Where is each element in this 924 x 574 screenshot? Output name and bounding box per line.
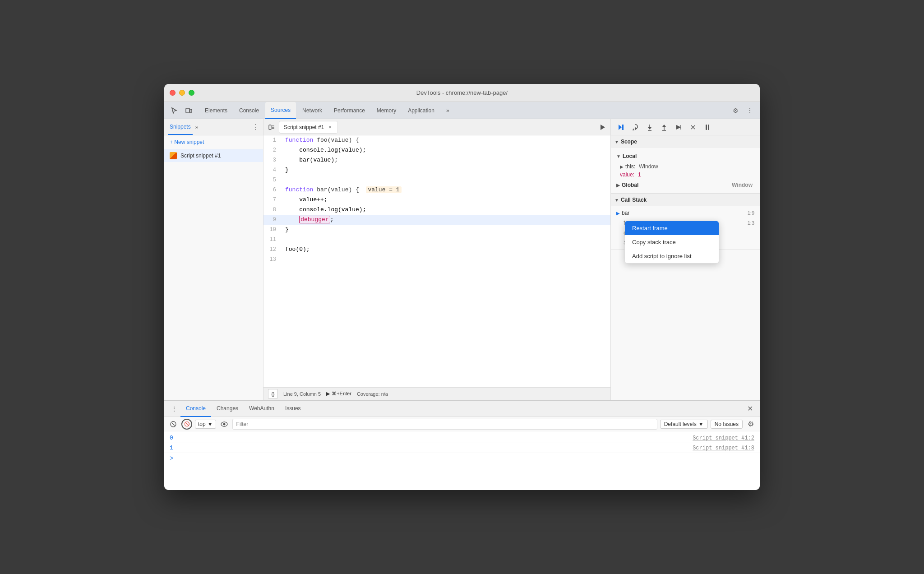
global-arrow: ▶ — [616, 183, 620, 188]
left-sidebar: Snippets » ⋮ + New snippet Script snippe… — [164, 119, 263, 400]
levels-arrow: ▼ — [698, 421, 704, 427]
line-content-12: foo(0); — [282, 245, 610, 255]
tab-bar-right: ⚙ ⋮ — [729, 104, 756, 117]
call-stack-bar[interactable]: ▶ bar 1:9 — [614, 208, 756, 218]
bottom-tab-changes[interactable]: Changes — [211, 401, 244, 417]
step-button[interactable] — [672, 121, 685, 134]
minimize-button[interactable] — [179, 90, 185, 96]
line-num-9: 9 — [263, 215, 282, 225]
console-toolbar: 🚫 top ▼ Default levels ▼ No Issues ⚙ — [164, 417, 760, 431]
clear-console-button[interactable] — [168, 419, 179, 430]
snippets-tab[interactable]: Snippets — [168, 119, 193, 135]
top-label: top — [198, 421, 206, 427]
line-content-13 — [282, 255, 610, 264]
code-line-4: 4 } — [263, 165, 610, 175]
tab-network[interactable]: Network — [297, 102, 328, 119]
line-num-11: 11 — [263, 235, 282, 245]
code-editor[interactable]: 1 function foo(value) { 2 console.log(va… — [263, 135, 610, 387]
line-num-3: 3 — [263, 155, 282, 165]
global-header[interactable]: ▶ Global Window — [614, 179, 756, 191]
step-into-button[interactable] — [643, 121, 656, 134]
cursor-icon[interactable] — [168, 104, 180, 117]
bottom-tab-menu-icon[interactable]: ⋮ — [168, 403, 180, 415]
traffic-lights — [170, 90, 194, 96]
console-prompt[interactable]: > — [164, 453, 760, 464]
format-button[interactable]: {} — [268, 389, 278, 399]
step-out-button[interactable] — [658, 121, 670, 134]
line-num-8: 8 — [263, 205, 282, 215]
block-button[interactable]: 🚫 — [181, 419, 192, 430]
console-source-1[interactable]: Script snippet #1:8 — [693, 445, 754, 451]
line-num-4: 4 — [263, 165, 282, 175]
window-title: DevTools - chrome://new-tab-page/ — [416, 89, 508, 96]
code-line-10: 10 } — [263, 225, 610, 235]
navigator-toggle[interactable] — [265, 121, 278, 134]
maximize-button[interactable] — [189, 90, 194, 96]
top-dropdown[interactable]: top ▼ — [195, 420, 216, 429]
snippet-file-icon — [170, 152, 177, 159]
line-content-4: } — [282, 165, 610, 175]
copy-stack-trace-item[interactable]: Copy stack trace — [625, 235, 719, 249]
value-val: 1 — [638, 171, 641, 178]
step-over-button[interactable] — [629, 121, 642, 134]
line-content-7: value++; — [282, 195, 610, 205]
restart-frame-item[interactable]: Restart frame — [625, 221, 719, 235]
run-button[interactable]: ▶ ⌘+Enter — [326, 391, 351, 397]
line-content-6: function bar(value) { value = 1 — [282, 185, 610, 195]
snippet-item[interactable]: Script snippet #1 — [164, 149, 263, 162]
deactivate-breakpoints[interactable] — [687, 121, 699, 134]
sidebar-menu-icon[interactable]: ⋮ — [252, 123, 259, 131]
tab-performance[interactable]: Performance — [328, 102, 370, 119]
line-content-2: console.log(value); — [282, 145, 610, 155]
more-options-icon[interactable]: ⋮ — [744, 104, 756, 117]
context-menu: Restart frame Copy stack trace Add scrip… — [624, 221, 719, 264]
eye-button[interactable] — [219, 419, 230, 430]
console-source-0[interactable]: Script snippet #1:2 — [693, 435, 754, 441]
code-tab-close[interactable]: × — [327, 124, 333, 130]
this-arrow[interactable]: ▶ — [620, 164, 624, 169]
tab-sources[interactable]: Sources — [265, 102, 296, 119]
scope-header[interactable]: ▼ Scope — [611, 135, 760, 148]
run-icon: ▶ — [326, 391, 330, 397]
close-button[interactable] — [170, 90, 176, 96]
run-snippet-icon[interactable] — [596, 121, 609, 134]
new-snippet-button[interactable]: + New snippet — [164, 135, 263, 149]
code-line-11: 11 — [263, 235, 610, 245]
tab-more[interactable]: » — [441, 102, 455, 119]
default-levels-button[interactable]: Default levels ▼ — [660, 420, 708, 429]
line-num-10: 10 — [263, 225, 282, 235]
bottom-tab-issues[interactable]: Issues — [280, 401, 306, 417]
tab-elements[interactable]: Elements — [199, 102, 233, 119]
svg-rect-20 — [706, 125, 707, 130]
code-line-13: 13 — [263, 255, 610, 264]
console-settings-icon[interactable]: ⚙ — [745, 419, 756, 430]
call-stack-header[interactable]: ▼ Call Stack — [611, 194, 760, 206]
value-key: value: — [620, 171, 634, 178]
sidebar-header: Snippets » ⋮ — [164, 119, 263, 135]
svg-marker-18 — [676, 125, 681, 130]
code-line-3: 3 bar(value); — [263, 155, 610, 165]
cs-bar-name: bar — [622, 210, 748, 216]
tab-application[interactable]: Application — [402, 102, 440, 119]
local-header[interactable]: ▼ Local — [614, 150, 756, 162]
line-num-2: 2 — [263, 145, 282, 155]
filter-input[interactable] — [232, 419, 657, 430]
svg-marker-7 — [619, 125, 622, 130]
call-stack-arrow: ▼ — [614, 198, 619, 203]
no-issues-button[interactable]: No Issues — [711, 420, 743, 429]
resume-button[interactable] — [614, 121, 627, 134]
tab-memory[interactable]: Memory — [371, 102, 402, 119]
code-tab-snippet[interactable]: Script snippet #1 × — [279, 121, 338, 134]
settings-icon[interactable]: ⚙ — [729, 104, 742, 117]
pause-on-exceptions[interactable] — [701, 121, 714, 134]
code-line-2: 2 console.log(value); — [263, 145, 610, 155]
device-icon[interactable] — [182, 104, 195, 117]
bottom-tab-webauthn[interactable]: WebAuthn — [244, 401, 280, 417]
console-line-0: 0 Script snippet #1:2 — [164, 433, 760, 443]
run-shortcut: ⌘+Enter — [332, 391, 351, 397]
add-to-ignore-list-item[interactable]: Add script to ignore list — [625, 249, 719, 263]
bottom-tab-console[interactable]: Console — [180, 401, 211, 417]
bottom-close-button[interactable]: ✕ — [744, 403, 756, 415]
sidebar-more[interactable]: » — [195, 124, 199, 130]
tab-console[interactable]: Console — [234, 102, 264, 119]
